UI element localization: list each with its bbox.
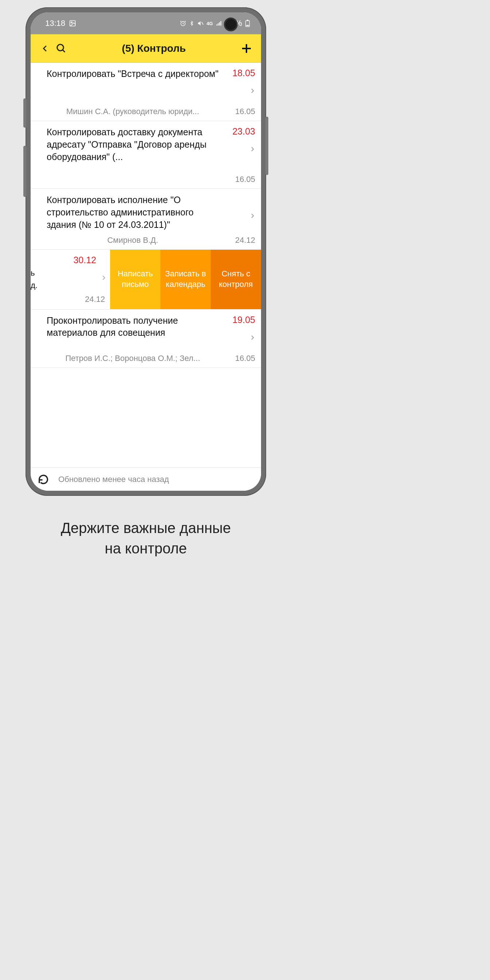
- task-date: 16.05: [230, 107, 255, 116]
- task-date: 16.05: [230, 354, 255, 363]
- task-title: Контролировать доставку документа адреса…: [47, 126, 219, 163]
- chevron-right-icon: [250, 212, 255, 220]
- marketing-caption: Держите важные данные на контроле: [0, 518, 292, 558]
- refresh-status-text: Обновлено менее часа назад: [58, 475, 169, 484]
- page-title: (5) Контроль: [69, 43, 239, 54]
- task-title: Контролировать исполнение "О строительст…: [47, 194, 219, 231]
- swipe-action-remove-control[interactable]: Снять с контроля: [211, 250, 261, 309]
- image-icon: [69, 20, 76, 27]
- task-due-date: 23.03: [232, 126, 255, 137]
- app-bar: (5) Контроль: [30, 34, 261, 63]
- task-row[interactable]: Контролировать доставку документа адреса…: [30, 121, 261, 189]
- swipe-visible-content: 30.12 24.12: [40, 250, 110, 309]
- task-due-date: 18.05: [232, 68, 255, 78]
- svg-rect-5: [247, 20, 248, 21]
- chevron-right-icon: [250, 333, 255, 342]
- task-row-swiped[interactable]: ь д. 30.12 24.12 Написать письмо Записат…: [30, 250, 261, 310]
- svg-point-7: [57, 44, 64, 51]
- svg-rect-6: [246, 25, 249, 26]
- refresh-button[interactable]: [37, 473, 49, 485]
- bottom-refresh-bar: Обновлено менее часа назад: [30, 468, 261, 491]
- svg-line-8: [63, 49, 65, 52]
- add-button[interactable]: [239, 40, 255, 57]
- bluetooth-icon: [189, 20, 194, 27]
- signal-icon: [216, 20, 223, 27]
- task-due-date: 30.12: [73, 255, 105, 266]
- task-row[interactable]: Контролировать "Встреча с директором" 18…: [30, 63, 261, 121]
- phone-side-button: [23, 99, 26, 127]
- task-title: Контролировать "Встреча с директором": [47, 68, 219, 80]
- mute-icon: [197, 20, 204, 27]
- task-due-date: 19.05: [232, 315, 255, 325]
- chevron-right-icon: [250, 86, 255, 95]
- task-date: 16.05: [230, 175, 255, 184]
- task-assignee: Смирнов В.Д.: [47, 235, 230, 245]
- task-row[interactable]: Контролировать исполнение "О строительст…: [30, 189, 261, 250]
- svg-point-1: [71, 22, 72, 23]
- chevron-right-icon: [100, 274, 107, 282]
- chevron-right-icon: [250, 145, 255, 153]
- phone-side-button: [23, 146, 26, 197]
- task-date: 24.12: [80, 294, 105, 304]
- task-title: Проконтролировать получение материалов д…: [47, 315, 219, 339]
- swipe-action-calendar[interactable]: Записать в календарь: [161, 250, 211, 309]
- network-4g-icon: 4G: [207, 21, 213, 26]
- battery-icon: [245, 20, 250, 27]
- task-date: 24.12: [230, 235, 255, 245]
- search-button[interactable]: [53, 40, 69, 57]
- phone-screen: 13:18 4G 18%: [30, 13, 261, 491]
- task-assignee: Петров И.С.; Воронцова О.М.; Зел...: [47, 354, 230, 363]
- task-assignee: Мишин С.А. (руководитель юриди...: [47, 107, 230, 116]
- back-button[interactable]: [37, 40, 53, 57]
- phone-side-button: [266, 117, 268, 175]
- alarm-icon: [180, 20, 186, 27]
- svg-line-3: [202, 22, 204, 25]
- phone-frame: 13:18 4G 18%: [25, 7, 266, 496]
- swipe-partial-text: ь д.: [30, 250, 40, 309]
- camera-lens: [224, 18, 238, 31]
- swipe-action-write-mail[interactable]: Написать письмо: [110, 250, 161, 309]
- task-row[interactable]: Проконтролировать получение материалов д…: [30, 310, 261, 368]
- task-list[interactable]: Контролировать "Встреча с директором" 18…: [30, 63, 261, 468]
- status-time: 13:18: [45, 19, 65, 28]
